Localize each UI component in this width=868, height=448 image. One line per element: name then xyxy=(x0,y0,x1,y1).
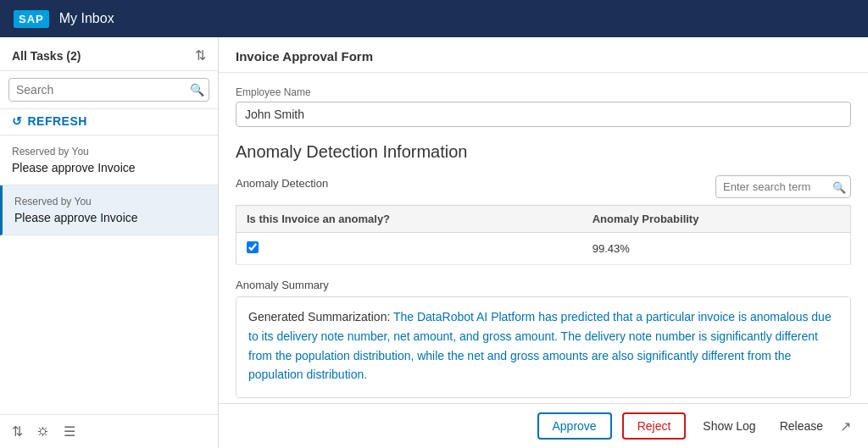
refresh-row: ↺ REFRESH xyxy=(0,109,218,136)
form-title: Invoice Approval Form xyxy=(219,37,868,73)
sort-filter-icon[interactable]: ⇅ xyxy=(12,423,23,440)
search-icon: 🔍 xyxy=(190,83,204,97)
main-content: Invoice Approval Form Employee Name Anom… xyxy=(219,37,868,448)
search-wrap: 🔍 xyxy=(8,78,209,102)
all-tasks-label: All Tasks (2) xyxy=(12,49,81,63)
task-name-1: Please approve Invoice xyxy=(12,161,206,174)
employee-name-field: Employee Name xyxy=(236,86,851,127)
reject-button[interactable]: Reject xyxy=(622,412,687,440)
anomaly-summary-label: Anomaly Summary xyxy=(236,279,851,291)
refresh-label: REFRESH xyxy=(28,114,87,128)
anomaly-detection-section: Anomaly Detection 🔍 Is this Invoice an a… xyxy=(236,175,851,265)
app-header: SAP My Inbox xyxy=(0,0,868,37)
sap-logo: SAP xyxy=(14,10,49,28)
anomaly-checkbox[interactable] xyxy=(247,241,259,253)
refresh-button[interactable]: ↺ REFRESH xyxy=(12,114,87,128)
anomaly-checkbox-cell xyxy=(236,233,582,265)
task-item-1[interactable]: Reserved by You Please approve Invoice xyxy=(0,136,218,185)
anomaly-probability-cell: 99.43% xyxy=(582,233,851,265)
task-item-2[interactable]: Reserved by You Please approve Invoice xyxy=(0,185,218,235)
task-reserved-label-2: Reserved by You xyxy=(14,196,206,207)
approve-button[interactable]: Approve xyxy=(537,412,612,440)
external-link-icon[interactable]: ↗ xyxy=(840,418,851,434)
table-row: 99.43% xyxy=(236,233,851,265)
action-bar: Approve Reject Show Log Release ↗ xyxy=(219,403,868,448)
group-icon[interactable]: ☰ xyxy=(64,423,75,440)
sort-icon[interactable]: ⇅ xyxy=(195,47,206,64)
sidebar-footer: ⇅ ⛭ ☰ xyxy=(0,414,218,448)
show-log-button[interactable]: Show Log xyxy=(696,414,762,438)
task-list: Reserved by You Please approve Invoice R… xyxy=(0,136,218,414)
task-name-2: Please approve Invoice xyxy=(14,211,206,224)
anomaly-search-icon: 🔍 xyxy=(832,180,846,193)
filter-icon[interactable]: ⛭ xyxy=(36,424,50,440)
sidebar-header: All Tasks (2) ⇅ xyxy=(0,37,218,71)
release-button[interactable]: Release xyxy=(773,414,830,438)
anomaly-summary-text: Generated Summarization: The DataRobot A… xyxy=(236,296,851,398)
search-input[interactable] xyxy=(8,78,209,102)
employee-name-input[interactable] xyxy=(236,102,851,127)
task-reserved-label-1: Reserved by You xyxy=(12,146,206,158)
section-title: Anomaly Detection Information xyxy=(236,142,851,162)
anomaly-summary-section: Anomaly Summary Generated Summarization:… xyxy=(236,279,851,398)
col-header-anomaly: Is this Invoice an anomaly? xyxy=(236,206,582,233)
col-header-probability: Anomaly Probability xyxy=(582,206,851,233)
anomaly-detection-label: Anomaly Detection xyxy=(236,177,328,190)
search-bar: 🔍 xyxy=(0,71,218,109)
refresh-icon: ↺ xyxy=(12,114,23,128)
anomaly-table: Is this Invoice an anomaly? Anomaly Prob… xyxy=(236,205,851,265)
content-body: Employee Name Anomaly Detection Informat… xyxy=(219,73,868,403)
sidebar: All Tasks (2) ⇅ 🔍 ↺ REFRESH Reserved by … xyxy=(0,37,219,448)
app-title: My Inbox xyxy=(59,11,114,26)
main-layout: All Tasks (2) ⇅ 🔍 ↺ REFRESH Reserved by … xyxy=(0,37,868,448)
employee-name-label: Employee Name xyxy=(236,86,851,98)
anomaly-search-input[interactable] xyxy=(715,175,851,198)
